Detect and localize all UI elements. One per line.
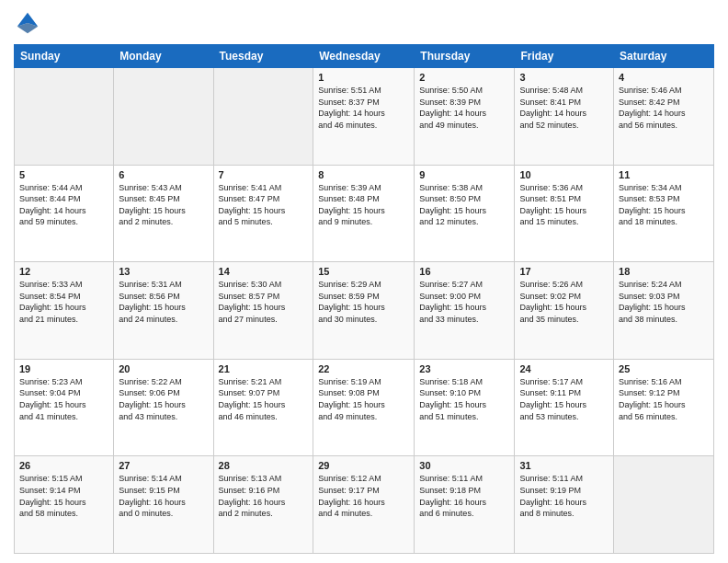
day-info: Sunrise: 5:13 AM Sunset: 9:16 PM Dayligh… — [219, 473, 309, 519]
day-cell — [213, 68, 313, 166]
day-cell — [614, 456, 714, 554]
calendar: SundayMondayTuesdayWednesdayThursdayFrid… — [14, 44, 714, 554]
day-cell: 8Sunrise: 5:39 AM Sunset: 8:48 PM Daylig… — [313, 165, 415, 262]
day-cell: 7Sunrise: 5:41 AM Sunset: 8:47 PM Daylig… — [213, 165, 313, 262]
day-cell: 1Sunrise: 5:51 AM Sunset: 8:37 PM Daylig… — [313, 68, 415, 166]
day-number: 31 — [519, 460, 609, 471]
week-row-3: 12Sunrise: 5:33 AM Sunset: 8:54 PM Dayli… — [15, 262, 714, 360]
day-cell: 4Sunrise: 5:46 AM Sunset: 8:42 PM Daylig… — [614, 68, 714, 166]
day-number: 26 — [19, 460, 108, 471]
day-info: Sunrise: 5:38 AM Sunset: 8:50 PM Dayligh… — [419, 182, 509, 228]
day-number: 10 — [519, 169, 609, 180]
day-cell: 24Sunrise: 5:17 AM Sunset: 9:11 PM Dayli… — [515, 359, 614, 456]
day-cell: 22Sunrise: 5:19 AM Sunset: 9:08 PM Dayli… — [313, 359, 415, 456]
day-cell: 12Sunrise: 5:33 AM Sunset: 8:54 PM Dayli… — [15, 262, 114, 360]
day-cell: 14Sunrise: 5:30 AM Sunset: 8:57 PM Dayli… — [213, 262, 313, 360]
day-number: 3 — [519, 72, 609, 83]
day-cell: 23Sunrise: 5:18 AM Sunset: 9:10 PM Dayli… — [415, 359, 515, 456]
day-number: 20 — [119, 363, 208, 374]
week-row-1: 1Sunrise: 5:51 AM Sunset: 8:37 PM Daylig… — [15, 68, 714, 166]
day-cell: 31Sunrise: 5:11 AM Sunset: 9:19 PM Dayli… — [515, 456, 614, 554]
day-number: 21 — [219, 363, 309, 374]
day-number: 4 — [619, 72, 709, 83]
day-number: 13 — [119, 266, 208, 277]
day-cell: 19Sunrise: 5:23 AM Sunset: 9:04 PM Dayli… — [15, 359, 114, 456]
day-info: Sunrise: 5:50 AM Sunset: 8:39 PM Dayligh… — [419, 85, 509, 131]
day-cell: 20Sunrise: 5:22 AM Sunset: 9:06 PM Dayli… — [114, 359, 213, 456]
day-info: Sunrise: 5:39 AM Sunset: 8:48 PM Dayligh… — [318, 182, 409, 228]
day-number: 25 — [619, 363, 709, 374]
day-info: Sunrise: 5:15 AM Sunset: 9:14 PM Dayligh… — [19, 473, 108, 519]
logo-icon — [14, 9, 41, 37]
day-info: Sunrise: 5:17 AM Sunset: 9:11 PM Dayligh… — [519, 376, 609, 422]
day-cell: 5Sunrise: 5:44 AM Sunset: 8:44 PM Daylig… — [15, 165, 114, 262]
day-header-thursday: Thursday — [415, 45, 515, 68]
day-info: Sunrise: 5:34 AM Sunset: 8:53 PM Dayligh… — [619, 182, 709, 228]
day-number: 16 — [419, 266, 509, 277]
day-number: 2 — [419, 72, 509, 83]
day-header-monday: Monday — [114, 45, 213, 68]
day-number: 27 — [119, 460, 208, 471]
week-row-5: 26Sunrise: 5:15 AM Sunset: 9:14 PM Dayli… — [15, 456, 714, 554]
day-info: Sunrise: 5:27 AM Sunset: 9:00 PM Dayligh… — [419, 279, 509, 325]
day-info: Sunrise: 5:11 AM Sunset: 9:18 PM Dayligh… — [419, 473, 509, 519]
day-info: Sunrise: 5:51 AM Sunset: 8:37 PM Dayligh… — [318, 85, 409, 131]
day-cell: 17Sunrise: 5:26 AM Sunset: 9:02 PM Dayli… — [515, 262, 614, 360]
day-cell: 11Sunrise: 5:34 AM Sunset: 8:53 PM Dayli… — [614, 165, 714, 262]
day-info: Sunrise: 5:16 AM Sunset: 9:12 PM Dayligh… — [619, 376, 709, 422]
day-cell: 18Sunrise: 5:24 AM Sunset: 9:03 PM Dayli… — [614, 262, 714, 360]
day-cell: 27Sunrise: 5:14 AM Sunset: 9:15 PM Dayli… — [114, 456, 213, 554]
day-number: 12 — [19, 266, 108, 277]
day-cell: 28Sunrise: 5:13 AM Sunset: 9:16 PM Dayli… — [213, 456, 313, 554]
day-cell: 16Sunrise: 5:27 AM Sunset: 9:00 PM Dayli… — [415, 262, 515, 360]
day-info: Sunrise: 5:29 AM Sunset: 8:59 PM Dayligh… — [318, 279, 409, 325]
day-cell: 15Sunrise: 5:29 AM Sunset: 8:59 PM Dayli… — [313, 262, 415, 360]
day-cell: 29Sunrise: 5:12 AM Sunset: 9:17 PM Dayli… — [313, 456, 415, 554]
day-info: Sunrise: 5:36 AM Sunset: 8:51 PM Dayligh… — [519, 182, 609, 228]
day-header-saturday: Saturday — [614, 45, 714, 68]
day-number: 24 — [519, 363, 609, 374]
day-info: Sunrise: 5:23 AM Sunset: 9:04 PM Dayligh… — [19, 376, 108, 422]
logo — [14, 9, 45, 37]
calendar-body: 1Sunrise: 5:51 AM Sunset: 8:37 PM Daylig… — [15, 68, 714, 554]
day-header-friday: Friday — [515, 45, 614, 68]
day-number: 29 — [318, 460, 409, 471]
day-number: 9 — [419, 169, 509, 180]
day-number: 17 — [519, 266, 609, 277]
day-number: 8 — [318, 169, 409, 180]
day-info: Sunrise: 5:44 AM Sunset: 8:44 PM Dayligh… — [19, 182, 108, 228]
day-cell: 2Sunrise: 5:50 AM Sunset: 8:39 PM Daylig… — [415, 68, 515, 166]
day-header-tuesday: Tuesday — [213, 45, 313, 68]
day-cell: 30Sunrise: 5:11 AM Sunset: 9:18 PM Dayli… — [415, 456, 515, 554]
week-row-2: 5Sunrise: 5:44 AM Sunset: 8:44 PM Daylig… — [15, 165, 714, 262]
week-row-4: 19Sunrise: 5:23 AM Sunset: 9:04 PM Dayli… — [15, 359, 714, 456]
day-number: 19 — [19, 363, 108, 374]
day-info: Sunrise: 5:41 AM Sunset: 8:47 PM Dayligh… — [219, 182, 309, 228]
day-info: Sunrise: 5:48 AM Sunset: 8:41 PM Dayligh… — [519, 85, 609, 131]
day-cell: 6Sunrise: 5:43 AM Sunset: 8:45 PM Daylig… — [114, 165, 213, 262]
day-info: Sunrise: 5:11 AM Sunset: 9:19 PM Dayligh… — [519, 473, 609, 519]
day-number: 11 — [619, 169, 709, 180]
day-cell: 3Sunrise: 5:48 AM Sunset: 8:41 PM Daylig… — [515, 68, 614, 166]
day-info: Sunrise: 5:21 AM Sunset: 9:07 PM Dayligh… — [219, 376, 309, 422]
day-info: Sunrise: 5:46 AM Sunset: 8:42 PM Dayligh… — [619, 85, 709, 131]
day-cell: 26Sunrise: 5:15 AM Sunset: 9:14 PM Dayli… — [15, 456, 114, 554]
day-cell — [15, 68, 114, 166]
day-cell: 10Sunrise: 5:36 AM Sunset: 8:51 PM Dayli… — [515, 165, 614, 262]
day-info: Sunrise: 5:22 AM Sunset: 9:06 PM Dayligh… — [119, 376, 208, 422]
day-info: Sunrise: 5:31 AM Sunset: 8:56 PM Dayligh… — [119, 279, 208, 325]
day-info: Sunrise: 5:43 AM Sunset: 8:45 PM Dayligh… — [119, 182, 208, 228]
day-info: Sunrise: 5:19 AM Sunset: 9:08 PM Dayligh… — [318, 376, 409, 422]
day-number: 22 — [318, 363, 409, 374]
day-number: 23 — [419, 363, 509, 374]
day-number: 15 — [318, 266, 409, 277]
day-number: 28 — [219, 460, 309, 471]
day-cell: 13Sunrise: 5:31 AM Sunset: 8:56 PM Dayli… — [114, 262, 213, 360]
day-number: 30 — [419, 460, 509, 471]
day-cell: 9Sunrise: 5:38 AM Sunset: 8:50 PM Daylig… — [415, 165, 515, 262]
day-number: 7 — [219, 169, 309, 180]
day-info: Sunrise: 5:18 AM Sunset: 9:10 PM Dayligh… — [419, 376, 509, 422]
day-cell — [114, 68, 213, 166]
day-info: Sunrise: 5:12 AM Sunset: 9:17 PM Dayligh… — [318, 473, 409, 519]
day-header-sunday: Sunday — [15, 45, 114, 68]
